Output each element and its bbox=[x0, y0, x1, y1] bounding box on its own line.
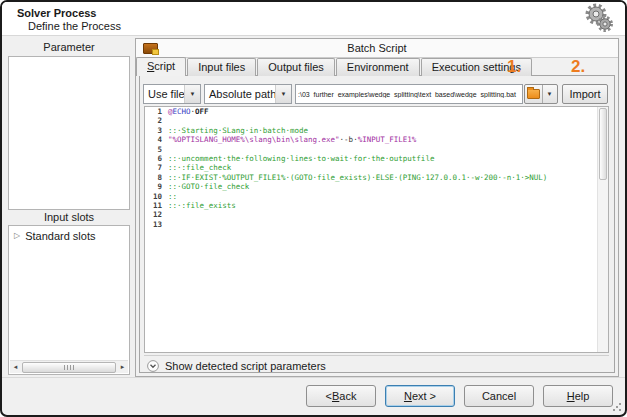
line-number: 9 bbox=[145, 182, 168, 191]
code-line: 13 bbox=[145, 220, 608, 229]
tab-bar: Script Input files Output files Environm… bbox=[136, 59, 533, 76]
chevron-down-icon[interactable]: ▼ bbox=[184, 85, 200, 103]
tab-input-files[interactable]: Input files bbox=[187, 58, 256, 76]
resize-grip[interactable] bbox=[612, 402, 622, 412]
browse-dropdown-arrow-icon[interactable]: ▼ bbox=[542, 85, 556, 103]
line-number: 7 bbox=[145, 163, 168, 172]
panel-title: Batch Script bbox=[136, 39, 618, 57]
dialog-header: Solver Process Define the Process bbox=[2, 2, 625, 36]
code-text: ::·:file_check bbox=[168, 163, 231, 172]
line-number: 2 bbox=[145, 116, 168, 125]
code-text: ::·Starting·SLang·in·batch·mode bbox=[168, 126, 308, 135]
line-number: 1 bbox=[145, 107, 168, 116]
script-path-input[interactable] bbox=[295, 84, 523, 104]
annotation-step-2: 2. bbox=[571, 57, 585, 77]
wizard-buttons: < Back Next > Cancel Help bbox=[306, 385, 613, 407]
import-button[interactable]: Import bbox=[562, 84, 608, 104]
scrollbar-thumb[interactable] bbox=[22, 362, 116, 373]
solver-process-dialog: Solver Process Define the Process Parame… bbox=[0, 0, 627, 417]
next-button[interactable]: Next > bbox=[385, 385, 455, 407]
back-button[interactable]: < Back bbox=[306, 385, 376, 407]
line-number: 6 bbox=[145, 154, 168, 163]
footer-divider bbox=[2, 377, 625, 378]
panel-header: Batch Script bbox=[136, 39, 618, 58]
code-text: ::·uncomment·the·following·lines·to·wait… bbox=[168, 154, 434, 163]
folder-icon[interactable] bbox=[525, 85, 542, 103]
scroll-right-arrow-icon[interactable]: ▸ bbox=[117, 362, 128, 372]
line-number: 12 bbox=[145, 210, 168, 219]
cancel-button[interactable]: Cancel bbox=[464, 385, 534, 407]
code-line: 12 bbox=[145, 210, 608, 219]
path-mode-value: Absolute path bbox=[205, 85, 275, 103]
line-number: 8 bbox=[145, 173, 168, 182]
line-number: 3 bbox=[145, 126, 168, 135]
tree-item-label: Standard slots bbox=[25, 230, 95, 242]
scroll-left-arrow-icon[interactable]: ◂ bbox=[10, 362, 21, 372]
path-mode-dropdown[interactable]: Absolute path ▼ bbox=[204, 84, 292, 104]
chevron-down-icon[interactable]: ▼ bbox=[275, 85, 291, 103]
cancel-button-label: Cancel bbox=[482, 390, 516, 402]
code-text: :: bbox=[168, 192, 177, 201]
expand-arrow-icon[interactable]: ▷ bbox=[14, 232, 20, 240]
code-text: ::·IF·EXIST·%OUTPUT_FILE1%·(GOTO·file_ex… bbox=[168, 173, 547, 182]
code-line: 10:: bbox=[145, 192, 608, 201]
help-button[interactable]: Help bbox=[543, 385, 613, 407]
use-file-value: Use file bbox=[144, 85, 184, 103]
tab-output-files[interactable]: Output files bbox=[257, 58, 335, 76]
script-parameters-expander[interactable]: Show detected script parameters bbox=[144, 355, 609, 375]
line-number: 10 bbox=[145, 192, 168, 201]
dialog-subtitle: Define the Process bbox=[28, 20, 121, 32]
use-file-dropdown[interactable]: Use file ▼ bbox=[143, 84, 201, 104]
vertical-scrollbar[interactable] bbox=[597, 107, 608, 352]
code-text: ::·GOTO·file_check bbox=[168, 182, 249, 191]
annotation-step-1: 1. bbox=[507, 57, 521, 77]
dialog-title: Solver Process bbox=[17, 7, 97, 19]
code-line: 7::·:file_check bbox=[145, 163, 608, 172]
code-text: @ECHO·OFF bbox=[168, 107, 209, 116]
code-line: 9::·GOTO·file_check bbox=[145, 182, 608, 191]
script-tab-page: Use file ▼ Absolute path ▼ ▼ Import 1@EC… bbox=[139, 75, 615, 373]
line-number: 11 bbox=[145, 201, 168, 210]
chevron-circle-icon[interactable] bbox=[147, 360, 159, 372]
code-line: 4"%OPTISLANG_HOME%\slang\bin\slang.exe"·… bbox=[145, 135, 608, 144]
code-text: ::·:file_exists bbox=[168, 201, 236, 210]
code-line: 11::·:file_exists bbox=[145, 201, 608, 210]
gears-logo-icon bbox=[575, 2, 617, 35]
code-line: 8::·IF·EXIST·%OUTPUT_FILE1%·(GOTO·file_e… bbox=[145, 173, 608, 182]
parameter-list[interactable] bbox=[8, 56, 130, 210]
code-line: 2 bbox=[145, 116, 608, 125]
input-slots-tree[interactable]: ▷ Standard slots ◂ ▸ bbox=[8, 225, 130, 375]
scrollbar-thumb[interactable] bbox=[599, 108, 607, 180]
code-line: 3::·Starting·SLang·in·batch·mode bbox=[145, 126, 608, 135]
code-line: 1@ECHO·OFF bbox=[145, 107, 608, 116]
code-text: "%OPTISLANG_HOME%\slang\bin\slang.exe"·-… bbox=[168, 135, 416, 144]
script-lines: 1@ECHO·OFF23::·Starting·SLang·in·batch·m… bbox=[145, 107, 608, 229]
tab-script[interactable]: Script bbox=[136, 57, 186, 76]
line-number: 13 bbox=[145, 220, 168, 229]
tree-item-standard-slots[interactable]: ▷ Standard slots bbox=[9, 226, 129, 245]
tab-environment[interactable]: Environment bbox=[336, 58, 420, 76]
line-number: 5 bbox=[145, 145, 168, 154]
input-slots-section-label: Input slots bbox=[8, 211, 130, 223]
batch-script-panel: Batch Script Script Input files Output f… bbox=[135, 38, 619, 377]
import-button-label: Import bbox=[569, 88, 600, 100]
expander-label[interactable]: Show detected script parameters bbox=[165, 360, 326, 372]
batch-script-icon bbox=[143, 43, 158, 54]
line-number: 4 bbox=[145, 135, 168, 144]
code-line: 6::·uncomment·the·following·lines·to·wai… bbox=[145, 154, 608, 163]
browse-file-split-button[interactable]: ▼ bbox=[524, 84, 558, 104]
script-editor[interactable]: 1@ECHO·OFF23::·Starting·SLang·in·batch·m… bbox=[144, 106, 609, 353]
thumb-grip-icon bbox=[64, 365, 75, 370]
horizontal-scrollbar[interactable]: ◂ ▸ bbox=[10, 360, 128, 373]
parameter-section-label: Parameter bbox=[8, 41, 130, 53]
code-line: 5 bbox=[145, 145, 608, 154]
